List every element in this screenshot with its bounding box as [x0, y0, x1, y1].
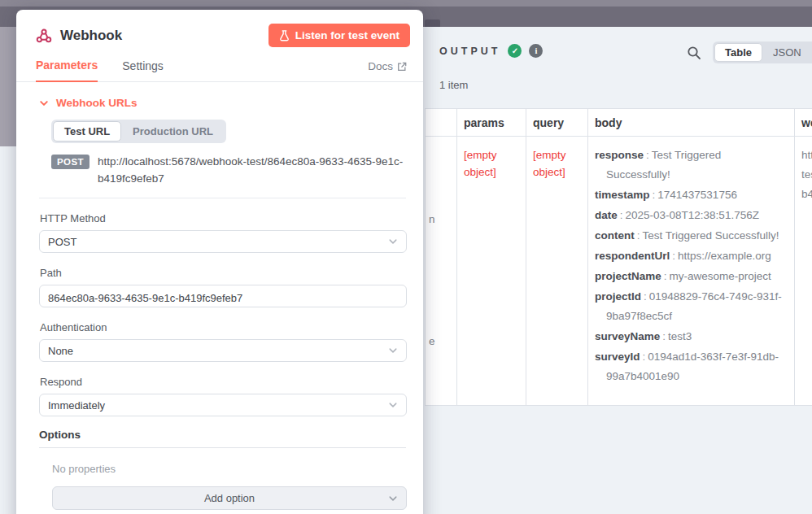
- parameters-panel: Webhook URLs Test URL Production URL POS…: [16, 82, 423, 510]
- webhookurl-line: http://localhost:5678/webhook-: [801, 146, 812, 165]
- path-input[interactable]: [39, 285, 407, 307]
- webhook-urls-title: Webhook URLs: [56, 97, 138, 109]
- listen-button-label: Listen for test event: [295, 29, 399, 41]
- body-entry: response:Test Triggered Successfully!: [595, 146, 788, 185]
- options-heading: Options: [39, 429, 406, 448]
- canvas-top-bar-upper: [0, 0, 812, 7]
- app-root: OUTPUT ✓ i Table JSON 1 item params quer…: [0, 0, 812, 514]
- no-properties-text: No properties: [52, 463, 406, 475]
- output-header: OUTPUT ✓ i: [439, 44, 543, 58]
- column-header-query[interactable]: query: [526, 108, 588, 137]
- empty-object-value: [empty object]: [533, 146, 581, 181]
- column-header-params[interactable]: params: [457, 108, 526, 137]
- http-method-value: POST: [48, 236, 76, 248]
- table-row: n e [empty object] [empty object] respon…: [425, 137, 812, 406]
- canvas-artifact: [0, 27, 16, 146]
- webhook-icon: [36, 28, 52, 44]
- search-icon[interactable]: [687, 46, 701, 60]
- url-environment-toggle: Test URL Production URL: [51, 120, 226, 143]
- http-method-select[interactable]: POST: [39, 230, 407, 253]
- authentication-label: Authentication: [40, 321, 406, 333]
- modal-header: Webhook Listen for test event: [16, 10, 423, 47]
- body-entry: timestamp:1741437531756: [595, 185, 788, 205]
- items-count: 1 item: [439, 79, 468, 91]
- chevron-down-icon: [388, 237, 398, 246]
- tab-settings[interactable]: Settings: [122, 59, 164, 81]
- column-header-webhookurl[interactable]: webhookUrl: [795, 108, 812, 137]
- output-panel: OUTPUT ✓ i Table JSON 1 item params quer…: [423, 27, 812, 514]
- empty-object-value: [empty object]: [464, 146, 519, 181]
- chevron-down-icon: [388, 400, 398, 410]
- view-tab-table[interactable]: Table: [714, 43, 762, 62]
- cell-body[interactable]: response:Test Triggered Successfully! ti…: [588, 137, 795, 406]
- http-method-label: HTTP Method: [40, 212, 406, 224]
- section-divider: [39, 198, 406, 198]
- external-link-icon: [397, 62, 407, 72]
- production-url-tab[interactable]: Production URL: [121, 121, 225, 142]
- body-entry: projectId:01948829-76c4-749c-931f-9ba97f…: [595, 287, 788, 326]
- cell-webhookurl[interactable]: http://localhost:5678/webhook- test/864e…: [795, 137, 812, 406]
- webhookurl-line: test/864ec80a-9633-4635-9e1c-: [801, 165, 812, 185]
- chevron-down-icon: [388, 346, 398, 355]
- cell-headers-clipped[interactable]: n e: [425, 137, 457, 406]
- add-option-label: Add option: [204, 492, 255, 504]
- body-entry: surveyId:0194ad1d-363f-7e3f-91db-99a7b40…: [595, 347, 788, 386]
- column-header-clipped[interactable]: [425, 108, 457, 137]
- output-toolbar: Table JSON: [687, 41, 812, 63]
- modal-tab-bar: Parameters Settings Docs: [16, 47, 423, 82]
- docs-link-label: Docs: [368, 60, 393, 72]
- docs-link[interactable]: Docs: [368, 60, 407, 81]
- canvas-node-remnant: [425, 20, 440, 27]
- listen-for-test-event-button[interactable]: Listen for test event: [268, 24, 410, 47]
- respond-select[interactable]: Immediately: [39, 394, 407, 416]
- webhook-modal: Webhook Listen for test event Parameters…: [16, 10, 423, 514]
- table-header-row: params query body webhookUrl: [425, 108, 812, 137]
- webhook-urls-section-toggle[interactable]: Webhook URLs: [39, 97, 406, 109]
- output-table: params query body webhookUrl n e [empty …: [425, 108, 812, 406]
- chevron-down-icon: [388, 494, 398, 503]
- tab-parameters[interactable]: Parameters: [36, 59, 98, 82]
- node-title: Webhook: [60, 28, 268, 44]
- success-check-icon: ✓: [508, 44, 522, 58]
- respond-value: Immediately: [48, 399, 105, 412]
- webhook-url-row: POST http://localhost:5678/webhook-test/…: [51, 153, 406, 187]
- chevron-down-icon: [39, 98, 49, 108]
- body-entry: date:2025-03-08T12:38:51.756Z: [595, 206, 788, 225]
- test-url-tab[interactable]: Test URL: [53, 121, 121, 142]
- clipped-text-fragment: n: [429, 210, 435, 229]
- http-method-badge: POST: [51, 155, 89, 169]
- body-entry: surveyName:test3: [595, 327, 788, 346]
- info-icon[interactable]: i: [529, 44, 543, 58]
- flask-icon: [279, 30, 290, 41]
- clipped-text-fragment: e: [429, 332, 435, 351]
- respond-label: Respond: [40, 376, 406, 388]
- body-entry: content:Test Triggered Successfully!: [595, 226, 788, 246]
- column-header-body[interactable]: body: [588, 108, 795, 137]
- cell-query[interactable]: [empty object]: [526, 137, 588, 406]
- authentication-value: None: [48, 345, 73, 357]
- body-entry: respondentUrl:https://example.org: [595, 246, 788, 266]
- add-option-button[interactable]: Add option: [52, 486, 407, 510]
- body-entry: projectName:my-awesome-project: [595, 267, 788, 286]
- output-panel-title: OUTPUT: [439, 46, 500, 57]
- authentication-select[interactable]: None: [39, 339, 407, 362]
- webhook-url-text[interactable]: http://localhost:5678/webhook-test/864ec…: [98, 153, 406, 187]
- view-tab-json[interactable]: JSON: [762, 43, 812, 62]
- path-label: Path: [40, 267, 406, 279]
- output-view-toggle: Table JSON: [713, 41, 812, 63]
- cell-params[interactable]: [empty object]: [457, 137, 526, 406]
- webhookurl-line: b419fc9efeb7: [801, 185, 812, 204]
